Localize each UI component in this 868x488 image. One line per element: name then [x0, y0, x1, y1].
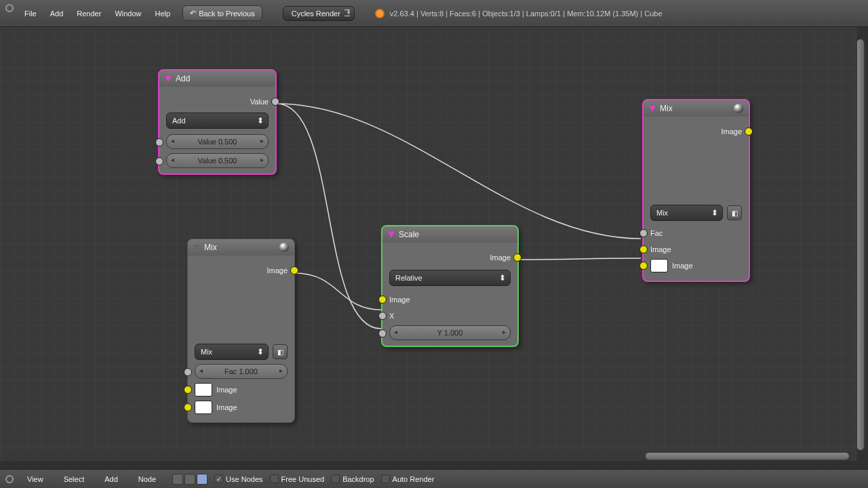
scale-space-dropdown[interactable]: Relative: [389, 270, 511, 286]
auto-render-checkbox[interactable]: Auto Render: [381, 474, 435, 483]
node-scale[interactable]: Scale Image Relative Image X Y 1.000: [381, 225, 519, 347]
back-arrow-icon: ↶: [190, 9, 196, 18]
blender-icon: [375, 9, 384, 18]
socket-out-image[interactable]: [513, 253, 521, 262]
node-title: Scale: [399, 230, 419, 239]
socket-out-value[interactable]: [271, 98, 279, 106]
value1-slider[interactable]: Value 0.500: [166, 134, 269, 149]
output-image: Image: [650, 125, 742, 138]
node-editor-header: View Select Add Node Use Nodes Free Unus…: [0, 469, 868, 488]
math-operation-dropdown[interactable]: Add: [166, 113, 269, 129]
checkbox-icon: [214, 474, 223, 483]
color-picker-icon[interactable]: ◧: [727, 205, 742, 220]
menu-render[interactable]: Render: [70, 7, 108, 20]
collapse-icon[interactable]: [649, 106, 656, 112]
tree-type-texture-icon[interactable]: [197, 474, 208, 485]
socket-in-y[interactable]: [378, 329, 387, 338]
socket-out-image[interactable]: [745, 127, 753, 136]
vertical-scrollbar[interactable]: [856, 39, 865, 450]
collapse-icon[interactable]: [193, 245, 200, 251]
socket-in-image2[interactable]: [184, 403, 192, 411]
back-label: Back to Previous: [199, 9, 255, 18]
menu-select[interactable]: Select: [57, 472, 92, 486]
socket-out-image[interactable]: [290, 266, 298, 274]
node-header[interactable]: Mix: [644, 100, 749, 117]
node-header[interactable]: Mix: [188, 239, 294, 256]
node-add[interactable]: Add Value Add Value 0.500 Value 0.500: [158, 69, 277, 175]
output-image: Image: [195, 264, 288, 277]
free-unused-label: Free Unused: [281, 475, 325, 483]
menu-add-bottom[interactable]: Add: [98, 472, 125, 486]
input-image1: Image: [650, 243, 742, 256]
input-fac: Fac: [650, 226, 742, 240]
menu-node[interactable]: Node: [132, 472, 163, 486]
collapse-icon[interactable]: [388, 232, 395, 238]
image-label: Image: [672, 262, 693, 270]
color-swatch-2[interactable]: [195, 401, 212, 414]
image-label: Image: [216, 386, 237, 394]
output-value: Value: [166, 95, 269, 108]
auto-render-label: Auto Render: [393, 475, 435, 483]
use-nodes-checkbox[interactable]: Use Nodes: [214, 474, 262, 483]
scene-stats: v2.63.4 | Verts:8 | Faces:6 | Objects:1/…: [390, 9, 663, 18]
socket-in-image[interactable]: [378, 296, 387, 304]
node-title: Mix: [660, 104, 673, 113]
use-nodes-label: Use Nodes: [226, 475, 262, 483]
collapse-icon[interactable]: [165, 76, 172, 82]
menu-file[interactable]: File: [18, 7, 43, 20]
vscroll-thumb[interactable]: [857, 39, 864, 450]
socket-in-value2[interactable]: [155, 157, 163, 165]
node-header[interactable]: Scale: [382, 226, 517, 243]
tree-type-compositor-icon[interactable]: [184, 474, 195, 485]
hscroll-thumb[interactable]: [646, 453, 849, 460]
socket-in-image1[interactable]: [184, 386, 192, 394]
node-title: Add: [176, 74, 190, 83]
preview-icon[interactable]: [734, 104, 743, 113]
menu-window[interactable]: Window: [108, 7, 148, 20]
color-swatch-1[interactable]: [195, 383, 212, 396]
node-mix-right[interactable]: Mix Image Mix ◧ Fac Image: [642, 99, 750, 282]
node-mix-left[interactable]: Mix Image Mix ◧ Fac 1.000 Image: [187, 239, 295, 423]
backdrop-label: Backdrop: [342, 475, 374, 483]
socket-in-image2[interactable]: [639, 262, 648, 270]
image-label: Image: [216, 403, 237, 411]
render-engine-dropdown[interactable]: Cycles Render: [283, 6, 355, 21]
checkbox-icon: [331, 474, 340, 483]
color-picker-icon[interactable]: ◧: [273, 344, 288, 359]
back-to-previous-button[interactable]: ↶ Back to Previous: [182, 5, 262, 21]
socket-in-value1[interactable]: [155, 138, 163, 146]
blend-mode-dropdown[interactable]: Mix: [195, 344, 269, 360]
checkbox-icon: [381, 474, 390, 483]
editor-type-icon[interactable]: [5, 475, 14, 483]
socket-in-fac[interactable]: [639, 229, 648, 237]
free-unused-checkbox[interactable]: Free Unused: [270, 474, 325, 483]
node-header[interactable]: Add: [159, 70, 275, 87]
value2-slider[interactable]: Value 0.500: [166, 153, 269, 168]
socket-in-x[interactable]: [378, 312, 387, 320]
socket-in-fac[interactable]: [184, 368, 192, 376]
checkbox-icon: [270, 474, 279, 483]
input-image: Image: [389, 293, 511, 306]
output-image: Image: [389, 251, 511, 264]
menu-view[interactable]: View: [20, 472, 50, 486]
horizontal-scrollbar[interactable]: [5, 451, 852, 461]
top-menu-bar: File Add Render Window Help ↶ Back to Pr…: [0, 0, 868, 27]
tree-type-shader-icon[interactable]: [172, 474, 183, 485]
node-title: Mix: [204, 243, 217, 252]
backdrop-checkbox[interactable]: Backdrop: [331, 474, 374, 483]
node-editor-canvas[interactable]: Add Value Add Value 0.500 Value 0.500 Mi…: [0, 27, 857, 461]
fac-slider[interactable]: Fac 1.000: [195, 364, 288, 379]
menu-add[interactable]: Add: [43, 7, 71, 20]
y-slider[interactable]: Y 1.000: [389, 325, 511, 340]
blend-mode-dropdown[interactable]: Mix: [650, 205, 723, 221]
app-icon: [5, 4, 14, 12]
preview-icon[interactable]: [279, 243, 289, 252]
menu-help[interactable]: Help: [149, 7, 178, 20]
socket-in-image1[interactable]: [639, 245, 648, 253]
input-x: X: [389, 309, 511, 323]
color-swatch[interactable]: [650, 259, 668, 272]
